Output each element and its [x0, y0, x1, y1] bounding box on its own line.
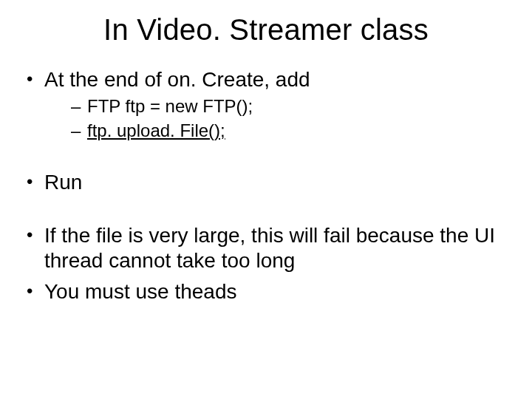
bullet-1-sub-2-text: ftp. upload. File(); — [87, 120, 225, 140]
bullet-2-text: Run — [44, 171, 82, 194]
bullet-1-sub-1: FTP ftp = new FTP(); — [71, 95, 510, 117]
bullet-4-text: You must use theads — [44, 280, 236, 303]
bullet-1-sub-1-text: FTP ftp = new FTP(); — [87, 96, 253, 116]
bullet-3: If the file is very large, this will fai… — [22, 223, 510, 273]
slide: In Video. Streamer class At the end of o… — [0, 0, 532, 399]
bullet-1: At the end of on. Create, add FTP ftp = … — [22, 67, 510, 142]
bullet-2: Run — [22, 170, 510, 195]
slide-body: At the end of on. Create, add FTP ftp = … — [22, 67, 510, 304]
bullet-1-sub-2: ftp. upload. File(); — [71, 120, 510, 141]
bullet-3-text: If the file is very large, this will fai… — [44, 224, 495, 272]
bullet-1-sublist: FTP ftp = new FTP(); ftp. upload. File()… — [44, 95, 510, 142]
spacer — [22, 148, 510, 170]
spacer — [22, 201, 510, 223]
bullet-1-text: At the end of on. Create, add — [44, 68, 310, 91]
slide-title: In Video. Streamer class — [22, 13, 510, 47]
bullet-4: You must use theads — [22, 279, 510, 304]
